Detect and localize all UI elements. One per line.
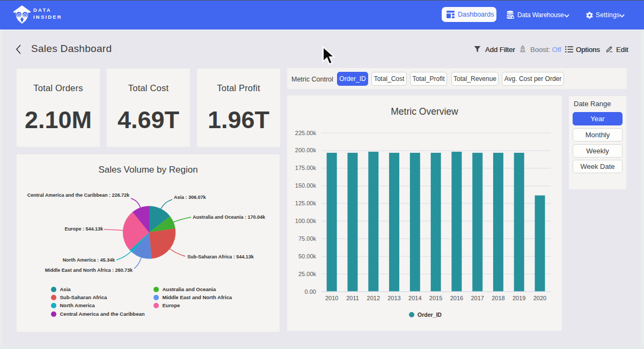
svg-text:2016: 2016 [450, 295, 463, 301]
svg-text:2013: 2013 [387, 295, 400, 301]
svg-text:2019: 2019 [513, 295, 525, 301]
svg-text:2010: 2010 [325, 295, 338, 301]
svg-text:2018: 2018 [492, 295, 504, 301]
svg-text:200.00k: 200.00k [295, 147, 317, 153]
svg-text:2020: 2020 [533, 295, 546, 301]
svg-text:2014: 2014 [408, 295, 421, 301]
svg-text:2012: 2012 [367, 295, 380, 301]
svg-text:50.00k: 50.00k [298, 253, 317, 259]
svg-text:175.00k: 175.00k [295, 165, 317, 171]
svg-text:225.00k: 225.00k [295, 130, 317, 136]
svg-text:100.00k: 100.00k [295, 218, 317, 224]
svg-text:75.00k: 75.00k [298, 235, 317, 242]
svg-text:Order_ID: Order_ID [418, 311, 442, 318]
svg-text:125.00k: 125.00k [295, 200, 317, 206]
svg-text:2017: 2017 [471, 295, 484, 301]
svg-text:150.00k: 150.00k [295, 182, 317, 189]
svg-text:25.00k: 25.00k [298, 271, 317, 277]
svg-text:2011: 2011 [346, 295, 359, 301]
svg-text:2015: 2015 [429, 295, 442, 301]
svg-text:0.00: 0.00 [305, 288, 316, 295]
